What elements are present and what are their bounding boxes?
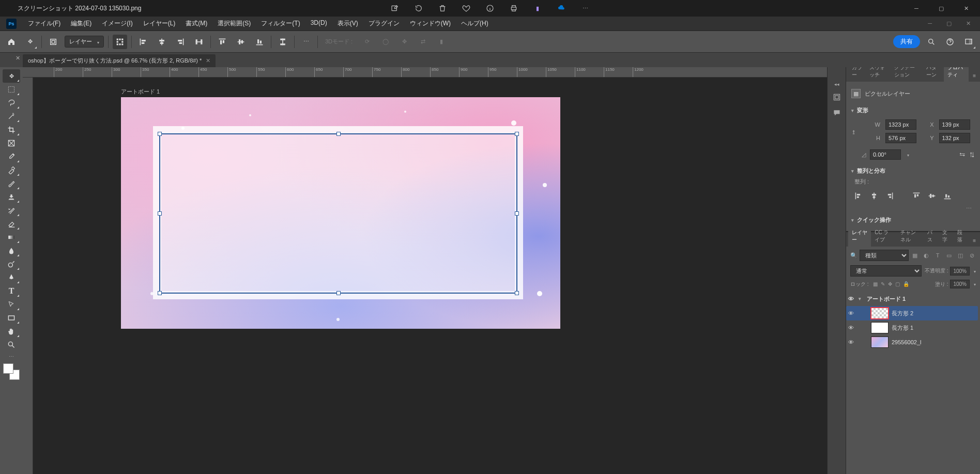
- artboard[interactable]: [121, 97, 560, 329]
- flip-horizontal-icon[interactable]: ⮀: [959, 151, 965, 158]
- panel-menu-icon[interactable]: ≡: [969, 70, 980, 82]
- move-tool-icon[interactable]: ✥: [23, 35, 37, 49]
- height-input[interactable]: [885, 133, 916, 143]
- outer-minimize-icon[interactable]: ─: [912, 4, 921, 13]
- align-distribute-h-icon[interactable]: [192, 35, 206, 49]
- lock-all-icon[interactable]: 🔒: [903, 281, 909, 287]
- toolbar-more-icon[interactable]: ⋯: [9, 354, 14, 359]
- layer-row-rect1[interactable]: 👁 長方形 1: [846, 320, 978, 335]
- align-section-title[interactable]: 整列と分布: [851, 164, 975, 178]
- layer-artboard-row[interactable]: 👁 ▾ アートボード 1: [846, 292, 978, 306]
- move-tool[interactable]: ✥: [3, 69, 20, 83]
- autoselect-toggle[interactable]: [46, 35, 60, 49]
- handle-top-right[interactable]: [515, 132, 519, 136]
- opacity-value[interactable]: 100%: [950, 267, 970, 276]
- healing-brush-tool[interactable]: [3, 163, 20, 177]
- workspace-icon[interactable]: [961, 35, 976, 49]
- panel-align-top-icon[interactable]: [911, 191, 922, 201]
- artboard-chevron-icon[interactable]: ▾: [859, 296, 864, 301]
- magic-wand-tool[interactable]: [3, 110, 20, 123]
- layer-row-image[interactable]: 👁 29556002_l: [846, 335, 978, 349]
- ps-maximize-icon[interactable]: ▢: [944, 18, 954, 29]
- pen-tool[interactable]: [3, 271, 20, 284]
- link-wh-icon[interactable]: ⥉: [851, 129, 859, 136]
- search-icon[interactable]: [924, 35, 939, 49]
- y-input[interactable]: [939, 133, 970, 143]
- menu-view[interactable]: 表示(V): [332, 17, 363, 30]
- layer-name[interactable]: 29556002_l: [892, 339, 922, 345]
- panel-align-right-icon[interactable]: [884, 191, 895, 201]
- edit-image-icon[interactable]: [390, 4, 400, 13]
- document-tab-close-icon[interactable]: ✕: [206, 57, 210, 64]
- tab-channels[interactable]: チャンネル: [897, 226, 924, 247]
- handle-mid-right[interactable]: [515, 211, 519, 216]
- quick-action-section-title[interactable]: クイック操作: [851, 213, 975, 227]
- print-icon[interactable]: [509, 4, 518, 13]
- flip-vertical-icon[interactable]: ⮁: [969, 151, 975, 158]
- menu-layer[interactable]: レイヤー(L): [138, 17, 181, 30]
- outer-close-icon[interactable]: ✕: [961, 4, 971, 13]
- layer-thumbnail[interactable]: [871, 308, 889, 319]
- canvas-viewport[interactable]: アートボード 1: [33, 78, 827, 474]
- lock-position-icon[interactable]: ✥: [888, 281, 892, 287]
- layer-name[interactable]: 長方形 2: [892, 310, 913, 317]
- ps-minimize-icon[interactable]: ─: [926, 18, 934, 29]
- handle-bottom-left[interactable]: [158, 291, 162, 295]
- tab-character[interactable]: 文字: [939, 226, 954, 247]
- document-tab[interactable]: oshop】ボーダーで切り抜く方法.psd @ 66.7% (長方形 2, RG…: [23, 54, 216, 67]
- ps-close-icon[interactable]: ✕: [964, 18, 973, 29]
- comments-panel-icon[interactable]: [833, 109, 841, 118]
- brush-tool[interactable]: [3, 177, 20, 190]
- layers-panel-menu-icon[interactable]: ≡: [969, 235, 980, 247]
- panel-align-bottom-icon[interactable]: [942, 191, 953, 201]
- fill-value[interactable]: 100%: [950, 280, 970, 288]
- clipchamp-icon[interactable]: ▮: [533, 4, 542, 13]
- lock-artboard-icon[interactable]: ▢: [895, 281, 900, 287]
- layer-row-rect2[interactable]: 👁 長方形 2: [846, 306, 978, 320]
- gradient-tool[interactable]: [3, 231, 20, 244]
- clone-stamp-tool[interactable]: [3, 190, 20, 204]
- filter-shape-icon[interactable]: ▭: [945, 251, 953, 259]
- lock-image-icon[interactable]: ✎: [881, 281, 885, 287]
- visibility-icon[interactable]: 👁: [848, 296, 855, 302]
- lasso-tool[interactable]: [3, 96, 20, 110]
- home-icon[interactable]: [4, 35, 19, 49]
- filter-toggle-icon[interactable]: ⊘: [968, 251, 976, 259]
- crop-tool[interactable]: [3, 123, 20, 136]
- width-input[interactable]: [885, 119, 916, 130]
- trash-icon[interactable]: [438, 4, 447, 13]
- tab-paragraph[interactable]: 段落: [954, 226, 969, 247]
- menu-type[interactable]: 書式(M): [180, 17, 212, 30]
- menu-plugin[interactable]: プラグイン: [363, 17, 405, 30]
- outer-maximize-icon[interactable]: ▢: [937, 4, 946, 13]
- transform-controls-toggle[interactable]: [113, 35, 127, 49]
- eyedropper-tool[interactable]: [3, 150, 20, 163]
- menu-file[interactable]: ファイル(F): [23, 17, 66, 30]
- align-right-icon[interactable]: [173, 35, 188, 49]
- path-select-tool[interactable]: [3, 298, 20, 311]
- rectangle-tool[interactable]: [3, 311, 20, 325]
- align-more-icon[interactable]: ⋯: [851, 204, 975, 213]
- tab-cclive[interactable]: CC ライブ: [871, 226, 897, 247]
- transform-selection[interactable]: [159, 133, 517, 294]
- menu-image[interactable]: イメージ(I): [97, 17, 137, 30]
- info-icon[interactable]: [485, 4, 495, 13]
- foreground-color-swatch[interactable]: [3, 363, 13, 374]
- handle-bottom-mid[interactable]: [336, 291, 341, 295]
- align-top-icon[interactable]: [215, 35, 229, 49]
- layer-thumbnail[interactable]: [871, 322, 889, 333]
- panel-align-hcenter-icon[interactable]: [869, 191, 879, 201]
- panel-align-vcenter-icon[interactable]: [927, 191, 937, 201]
- menu-select[interactable]: 選択範囲(S): [212, 17, 256, 30]
- onedrive-icon[interactable]: [557, 4, 566, 13]
- heart-icon[interactable]: [462, 4, 471, 13]
- handle-top-mid[interactable]: [336, 132, 341, 136]
- more-icon[interactable]: ⋯: [580, 4, 590, 13]
- frame-tool[interactable]: [3, 136, 20, 150]
- menu-window[interactable]: ウィンドウ(W): [405, 17, 456, 30]
- help-icon[interactable]: [943, 35, 957, 49]
- hand-tool[interactable]: [3, 325, 20, 338]
- layer-name[interactable]: アートボード 1: [867, 295, 906, 303]
- autoselect-layer-dropdown[interactable]: レイヤー: [65, 36, 104, 48]
- menu-3d[interactable]: 3D(D): [305, 17, 332, 30]
